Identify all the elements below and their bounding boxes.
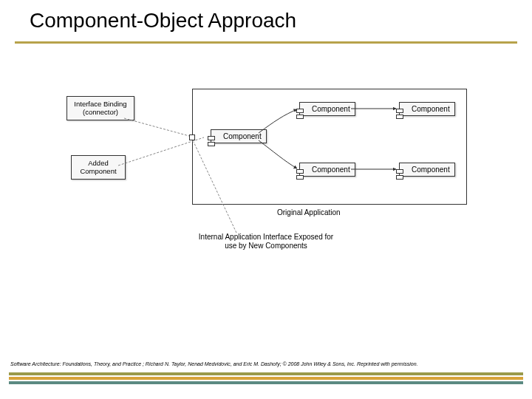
interface-port: [189, 134, 195, 140]
svg-line-0: [124, 118, 189, 136]
slide-title: Component-Object Approach: [30, 9, 296, 33]
internal-interface-caption: Internal Application Interface Exposed f…: [177, 233, 355, 250]
interface-binding-label: Interface Binding (connector): [66, 96, 134, 120]
footer-bars: [9, 372, 523, 386]
diagram-area: Component Component Component Component …: [66, 89, 466, 251]
component-box: Component: [399, 102, 455, 116]
footer-bar: [9, 372, 523, 375]
svg-line-1: [118, 137, 204, 166]
slide: Component-Object Approach Component Comp…: [0, 0, 532, 399]
original-application-caption: Original Application: [277, 208, 341, 217]
footer-citation: Software Architecture: Foundations, Theo…: [10, 361, 417, 366]
component-box: Component: [299, 163, 355, 177]
footer-bar: [9, 381, 523, 384]
title-underline: [15, 41, 517, 44]
footer-bar: [9, 377, 523, 380]
component-box: Component: [299, 102, 355, 116]
added-component-label: Added Component: [71, 155, 126, 180]
component-box: Component: [399, 163, 455, 177]
component-box: Component: [211, 129, 267, 143]
